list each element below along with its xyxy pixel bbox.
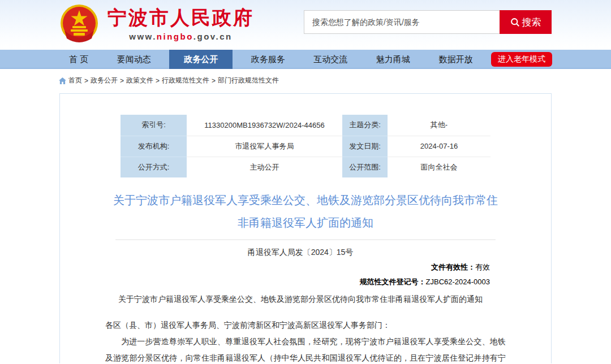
meta-value-issuer: 市退役军人事务局 (187, 136, 342, 157)
search-input[interactable] (304, 10, 500, 34)
document-number: 甬退役军人局发〔2024〕15号 (105, 248, 496, 258)
document-body-title: 关于宁波市户籍退役军人享受乘坐公交、地铁及游览部分景区优待向我市常住非甬籍退役军… (105, 294, 496, 305)
meta-label-index-no: 索引号: (121, 115, 187, 136)
site-name: 宁波市人民政府 (107, 6, 254, 31)
document-salutation: 各区（县、市）退役军人事务局、宁波前湾新区和宁波高新区退役军人事务部门： (105, 317, 506, 333)
table-row: 发布机构: 市退役军人事务局 发文日期: 2024-07-16 (121, 136, 490, 157)
site-header: 宁波市人民政府 www.ningbo.gov.cn 搜索 (0, 0, 611, 50)
search-button[interactable]: 搜索 (500, 10, 552, 34)
document-panel: 索引号: 11330200MB1936732W/2024-44656 主题分类:… (59, 93, 552, 363)
breadcrumb-home[interactable]: 首页 (68, 76, 82, 85)
document-body: 各区（县、市）退役军人事务局、宁波前湾新区和宁波高新区退役军人事务部门： 为进一… (60, 317, 551, 363)
title-divider (115, 239, 496, 240)
main-nav: 首 页 要闻动态 政务公开 政务服务 互动交流 魅力甬城 数据开放 进入老年模式 (0, 50, 611, 69)
document-paragraph: 为进一步营造尊崇军人职业、尊重退役军人社会氛围，经研究，现将宁波市户籍退役军人享… (105, 333, 506, 363)
page-title: 关于宁波市户籍退役军人享受乘坐公交、地铁及游览部分景区优待向我市常住非甬籍退役军… (60, 189, 551, 234)
breadcrumb-normative-files[interactable]: 行政规范性文件 (162, 76, 209, 85)
registration-line: 规范性文件登记号：ZJBC62-2024-0003 (105, 277, 496, 287)
home-icon (59, 77, 66, 84)
table-row: 索引号: 11330200MB1936732W/2024-44656 主题分类:… (121, 115, 490, 136)
breadcrumb-dept-normative-files[interactable]: 部门行政规范性文件 (218, 76, 279, 85)
nav-item-interaction[interactable]: 互动交流 (303, 50, 358, 69)
nav-item-gov-disclosure[interactable]: 政务公开 (169, 50, 233, 69)
nav-item-home[interactable]: 首 页 (59, 50, 98, 69)
breadcrumb-policy-files[interactable]: 政策文件 (126, 76, 153, 85)
breadcrumb-gov-disclosure[interactable]: 政务公开 (91, 76, 118, 85)
nav-item-gov-services[interactable]: 政务服务 (241, 50, 295, 69)
meta-label-disclosure-method: 公开方式: (121, 157, 187, 177)
breadcrumb: 首页>政务公开>政策文件>行政规范性文件>部门行政规范性文件 (59, 76, 552, 85)
meta-label-topic: 主题分类: (342, 115, 388, 136)
search-icon (510, 18, 520, 27)
meta-value-topic: 其他- (388, 115, 490, 136)
nav-item-charm-ningbo[interactable]: 魅力甬城 (366, 50, 420, 69)
search-button-label: 搜索 (522, 16, 541, 29)
elder-mode-button[interactable]: 进入老年模式 (491, 52, 552, 67)
national-emblem-icon (59, 3, 100, 45)
validity-line: 文件有效性：有效 (105, 262, 496, 272)
table-row: 公开方式: 主动公开 公开范围: 面向全社会 (121, 157, 490, 177)
document-meta-table: 索引号: 11330200MB1936732W/2024-44656 主题分类:… (121, 115, 490, 177)
meta-label-issue-date: 发文日期: (342, 136, 388, 157)
meta-value-issue-date: 2024-07-16 (388, 136, 490, 157)
site-url: www.ningbo.gov.cn (107, 32, 254, 41)
nav-item-news[interactable]: 要闻动态 (107, 50, 161, 69)
meta-label-issuer: 发布机构: (121, 136, 187, 157)
search-bar: 搜索 (304, 10, 552, 34)
meta-label-disclosure-scope: 公开范围: (342, 157, 388, 177)
meta-value-disclosure-method: 主动公开 (187, 157, 342, 177)
site-logo-link[interactable]: 宁波市人民政府 www.ningbo.gov.cn (59, 3, 254, 45)
meta-value-index-no: 11330200MB1936732W/2024-44656 (187, 115, 342, 136)
meta-value-disclosure-scope: 面向全社会 (388, 157, 490, 177)
nav-item-open-data[interactable]: 数据开放 (428, 50, 483, 69)
